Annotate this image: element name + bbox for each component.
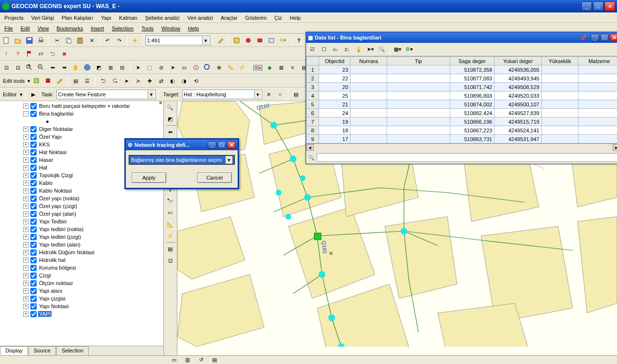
- layer-checkbox[interactable]: [30, 126, 37, 132]
- blue-box-button[interactable]: [266, 35, 277, 46]
- layer-item[interactable]: +YAPI: [1, 310, 162, 318]
- table-row[interactable]: 521510874,0024249500,107: [307, 100, 617, 109]
- trace-clear-button[interactable]: ✖: [59, 49, 69, 59]
- grid-header[interactable]: Yukari deger: [495, 57, 542, 65]
- expand-icon[interactable]: +: [23, 242, 28, 247]
- layer-checkbox[interactable]: [30, 180, 37, 186]
- dl-arrow[interactable]: ➤▾: [365, 44, 376, 55]
- table-row[interactable]: 222510877,0834249493,945: [307, 74, 617, 83]
- menu-araçlar[interactable]: Araçlar: [217, 14, 241, 22]
- grid-cell[interactable]: 17: [319, 135, 350, 143]
- vt-prev[interactable]: ⬅: [165, 127, 175, 137]
- layer-label[interactable]: Ölçüm noktasi: [38, 280, 74, 286]
- dl-unselect[interactable]: ☐: [319, 44, 329, 55]
- toc-tab-display[interactable]: Display: [0, 346, 28, 355]
- expand-icon[interactable]: -: [23, 111, 28, 117]
- vt-xy[interactable]: XY: [165, 208, 175, 218]
- et-7[interactable]: ⮎: [109, 76, 120, 86]
- measure-button[interactable]: 📏: [225, 62, 236, 73]
- grid-header[interactable]: Malzeme: [578, 57, 617, 65]
- grid-cell[interactable]: [541, 100, 578, 109]
- table-row[interactable]: 123510872,3584249536,055: [307, 65, 617, 74]
- layer-label[interactable]: Hat: [38, 165, 48, 170]
- grid-cell[interactable]: [350, 74, 387, 83]
- expand-icon[interactable]: +: [23, 273, 28, 278]
- layer-label[interactable]: Yapı tedbiri (alan): [38, 242, 81, 247]
- layer-label[interactable]: Boru hatti parçasi kelepçeler + rakorlar: [38, 103, 131, 109]
- layer-item[interactable]: +Özel yapı (nokta): [1, 195, 162, 202]
- layer-label[interactable]: Özel yapı (nokta): [38, 195, 80, 201]
- grid-cell[interactable]: 4249536,055: [495, 65, 542, 74]
- grid-cell[interactable]: [350, 117, 387, 126]
- ntdlg-cancel-button[interactable]: Cancel: [197, 172, 232, 183]
- layer-checkbox[interactable]: [30, 188, 37, 194]
- layer-item[interactable]: +Ölçüm noktasi: [1, 279, 162, 287]
- layer-label[interactable]: Yapı Noktasi: [38, 303, 70, 309]
- tool-6a[interactable]: IDa: [253, 62, 263, 73]
- grid-header[interactable]: Yükseklik: [541, 57, 578, 65]
- status-icon-1[interactable]: ▭: [169, 355, 179, 364]
- arcmenu-selection[interactable]: Selection: [108, 25, 137, 32]
- layer-checkbox[interactable]: [30, 203, 37, 209]
- layer-label[interactable]: Koruma bölgesi: [38, 265, 77, 271]
- datalist-pin-icon[interactable]: 📌: [580, 35, 587, 41]
- paste-button[interactable]: [75, 35, 85, 46]
- pan-button[interactable]: ✋: [70, 62, 81, 73]
- grid-cell[interactable]: [387, 135, 450, 143]
- dl-related[interactable]: ⚙▾: [404, 44, 415, 55]
- layer-checkbox[interactable]: [30, 142, 37, 148]
- arcmenu-file[interactable]: File: [1, 25, 16, 32]
- redo-button[interactable]: ↷: [114, 35, 124, 46]
- vt-find[interactable]: 🔭: [165, 196, 175, 207]
- et-10[interactable]: ✚: [144, 76, 155, 86]
- grid-cell[interactable]: 510866,196: [450, 117, 494, 126]
- et-11[interactable]: ⇄: [156, 76, 166, 86]
- grid-header[interactable]: Objectid: [319, 57, 350, 65]
- identify-button[interactable]: ⓘ: [190, 62, 201, 73]
- layer-checkbox[interactable]: [30, 296, 37, 302]
- layer-checkbox[interactable]: [30, 211, 37, 217]
- grid-cell[interactable]: [350, 65, 387, 74]
- grid-cell[interactable]: [387, 126, 450, 135]
- expand-icon[interactable]: +: [23, 227, 28, 232]
- grid-cell[interactable]: [541, 117, 578, 126]
- expand-icon[interactable]: +: [23, 312, 28, 317]
- expand-icon[interactable]: +: [23, 219, 28, 224]
- grid-cell[interactable]: [541, 83, 578, 91]
- zoomout-button[interactable]: -: [36, 62, 46, 73]
- trace-tool-2[interactable]: ?: [13, 49, 23, 59]
- undo-button[interactable]: ↶: [102, 35, 113, 46]
- trace-tool-1[interactable]: !: [1, 49, 12, 59]
- grid-cell[interactable]: [387, 100, 450, 109]
- tools-1[interactable]: ⊡: [1, 62, 12, 73]
- layer-checkbox[interactable]: [30, 111, 37, 117]
- toc-close-icon[interactable]: ✕: [159, 100, 162, 105]
- close-button[interactable]: ✕: [604, 1, 615, 11]
- grid-cell[interactable]: 20: [319, 83, 350, 91]
- layer-item[interactable]: +Yapı Noktasi: [1, 302, 162, 310]
- layer-checkbox[interactable]: [30, 288, 37, 294]
- ntdlg-combo[interactable]: Bağlanmış olan bina bağlantılarının seçi…: [129, 155, 235, 165]
- vt-flash[interactable]: ⚡: [165, 231, 175, 241]
- status-icon-3[interactable]: ↺: [196, 355, 206, 364]
- grid-cell[interactable]: 21: [319, 100, 350, 109]
- chevron-down-icon[interactable]: ▾: [254, 91, 261, 98]
- layer-checkbox[interactable]: [30, 265, 37, 271]
- zoomin-button[interactable]: +: [24, 62, 35, 73]
- datalist-grid[interactable]: ObjectidNumaraTipSaga degerYukari degerY…: [306, 56, 617, 143]
- save-button[interactable]: [24, 35, 35, 46]
- add-data-button[interactable]: [130, 35, 140, 46]
- arcmenu-window[interactable]: Window: [158, 25, 184, 32]
- layer-label[interactable]: Özel yapi (alan): [38, 211, 77, 217]
- minimize-button[interactable]: _: [581, 1, 592, 11]
- dl-selectall[interactable]: ☑: [307, 44, 318, 55]
- status-icon-4[interactable]: ▤: [209, 355, 220, 364]
- layer-label[interactable]: Özel yapı (çizgi): [38, 203, 78, 209]
- grid-cell[interactable]: 24: [319, 109, 350, 117]
- et-13[interactable]: ◑: [179, 76, 189, 86]
- expand-icon[interactable]: +: [23, 250, 28, 255]
- layer-item[interactable]: +Hidrolik Düğüm Noktasi: [1, 248, 162, 256]
- expand-icon[interactable]: +: [23, 165, 28, 170]
- vt-8[interactable]: ⊡: [165, 255, 175, 266]
- grid-cell[interactable]: 19: [319, 117, 350, 126]
